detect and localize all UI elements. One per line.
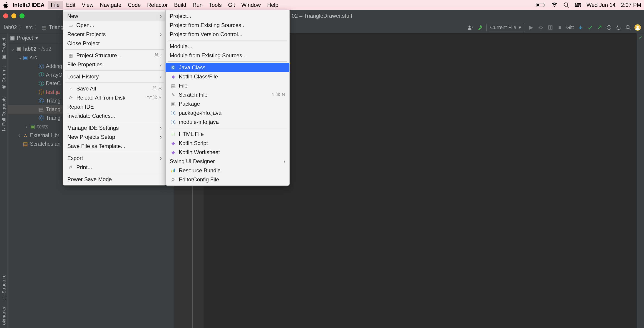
debug-icon[interactable] — [538, 24, 544, 31]
gutter-tab-project[interactable]: ▣ Project — [0, 35, 8, 63]
menu-navigate[interactable]: Navigate — [97, 1, 125, 9]
submenu-item-editorconfig[interactable]: ⚙ EditorConfig File — [166, 175, 290, 184]
submenu-item-kotlin-script[interactable]: ◆ Kotlin Script — [166, 139, 290, 148]
menu-view[interactable]: View — [78, 1, 97, 9]
menu-item-save-all[interactable]: ▫ Save All ⌘ S — [63, 84, 166, 93]
submenu-item-kotlin-worksheet[interactable]: ◆ Kotlin Worksheet — [166, 148, 290, 157]
zoom-window-button[interactable] — [20, 14, 24, 19]
menu-item-reload[interactable]: ⟳ Reload All from Disk ⌥⌘ Y — [63, 93, 166, 102]
users-icon[interactable]: ▾ — [467, 24, 474, 31]
menu-item-project-structure[interactable]: ▦ Project Structure... ⌘ ; — [63, 51, 166, 60]
submenu-item-project-vcs[interactable]: Project from Version Control... — [166, 30, 290, 39]
breadcrumb-item[interactable]: src — [25, 24, 34, 31]
menu-item-power-save[interactable]: Power Save Mode — [63, 175, 166, 184]
editor-error-stripe[interactable]: ✓ — [637, 33, 644, 328]
editor-status-check-icon[interactable]: ✓ — [638, 35, 643, 41]
git-push-icon[interactable] — [596, 24, 603, 31]
submenu-item-project-existing[interactable]: Project from Existing Sources... — [166, 21, 290, 30]
submenu-item-scratch[interactable]: ✎ Scratch File ⇧⌘ N — [166, 90, 290, 99]
spotlight-icon[interactable] — [563, 2, 569, 8]
menu-item-file-properties[interactable]: File Properties › — [63, 60, 166, 69]
hammer-build-icon[interactable] — [477, 24, 483, 31]
run-config-combo[interactable]: Current File ▾ — [486, 23, 525, 32]
gutter-tab-pull-requests[interactable]: ⇅ Pull Requests — [0, 93, 8, 135]
kotlin-icon: ◆ — [170, 140, 176, 147]
search-everywhere-icon[interactable] — [625, 24, 631, 31]
file-menu-dropdown: New › ▭ Open... Recent Projects › Close … — [63, 10, 166, 185]
breadcrumb[interactable]: lab02 〉 src 〉 ▤ Triang — [3, 24, 64, 31]
stop-icon[interactable]: ■ — [557, 24, 563, 31]
menubar-time[interactable]: 2:07 PM — [621, 2, 641, 8]
menu-item-invalidate-caches[interactable]: Invalidate Caches... — [63, 111, 166, 121]
submenu-item-resource-bundle[interactable]: Resource Bundle — [166, 166, 290, 175]
menu-tools[interactable]: Tools — [206, 1, 225, 9]
menu-file[interactable]: File — [48, 1, 63, 9]
menu-item-print[interactable]: ⎙ Print... — [63, 163, 166, 172]
menu-item-recent[interactable]: Recent Projects › — [63, 30, 166, 39]
menu-item-save-as-template[interactable]: Save File as Template... — [63, 142, 166, 151]
breadcrumb-item[interactable]: lab02 — [3, 24, 18, 31]
close-window-button[interactable] — [3, 14, 8, 19]
coverage-icon[interactable] — [547, 24, 554, 31]
expand-arrow-icon[interactable]: › — [17, 132, 22, 138]
chevron-right-icon: › — [284, 158, 285, 165]
minimize-window-button[interactable] — [11, 14, 16, 19]
git-commit-icon[interactable] — [587, 24, 593, 31]
class-icon: Ⓒ — [38, 63, 44, 69]
avatar-icon[interactable] — [634, 24, 641, 31]
submenu-item-module-info[interactable]: Ⓙ module-info.java — [166, 118, 290, 127]
wifi-icon[interactable] — [551, 3, 558, 8]
menu-label: Invalidate Caches... — [67, 113, 115, 119]
apple-logo-icon[interactable] — [3, 2, 9, 8]
submenu-item-file[interactable]: ▤ File — [166, 81, 290, 90]
gutter-tab-bookmarks[interactable]: okmarks — [0, 304, 8, 328]
save-icon: ▫ — [67, 85, 74, 92]
menu-refactor[interactable]: Refactor — [144, 1, 171, 9]
expand-arrow-icon[interactable]: ⌄ — [17, 55, 22, 61]
menu-code[interactable]: Code — [124, 1, 144, 9]
submenu-item-kotlin-class[interactable]: ◆ Kotlin Class/File — [166, 72, 290, 81]
menu-separator — [66, 122, 164, 122]
breadcrumb-item[interactable]: ▤ Triang — [41, 24, 64, 31]
submenu-item-package[interactable]: ▣ Package — [166, 99, 290, 108]
submenu-item-module-existing[interactable]: Module from Existing Sources... — [166, 51, 290, 60]
submenu-item-project[interactable]: Project... — [166, 12, 290, 21]
submenu-item-swing[interactable]: Swing UI Designer › — [166, 157, 290, 166]
history-icon[interactable] — [606, 24, 612, 31]
gutter-tab-commit[interactable]: ◉ Commit — [0, 63, 8, 93]
menu-build[interactable]: Build — [171, 1, 189, 9]
tree-label: test.ja — [46, 89, 60, 95]
menu-item-new-projects-setup[interactable]: New Projects Setup › — [63, 133, 166, 142]
menu-help[interactable]: Help — [264, 1, 282, 9]
battery-icon[interactable] — [536, 3, 546, 8]
tree-label: ArrayO — [46, 72, 62, 78]
menu-item-export[interactable]: Export › — [63, 154, 166, 163]
menu-window[interactable]: Window — [238, 1, 264, 9]
submenu-item-module[interactable]: Module... — [166, 42, 290, 51]
menu-item-new[interactable]: New › — [63, 12, 166, 21]
submenu-item-java-class[interactable]: C Java Class — [166, 63, 290, 72]
menu-item-open[interactable]: ▭ Open... — [63, 21, 166, 30]
menu-item-manage-ide-settings[interactable]: Manage IDE Settings › — [63, 123, 166, 133]
gutter-label: Structure — [1, 274, 6, 294]
menu-label: Kotlin Class/File — [179, 73, 218, 80]
expand-arrow-icon[interactable]: ⌄ — [10, 46, 16, 52]
rollback-icon[interactable] — [616, 24, 622, 31]
expand-arrow-icon[interactable]: › — [24, 124, 30, 130]
kotlin-icon: ◆ — [170, 73, 176, 80]
menu-item-close-project[interactable]: Close Project — [63, 39, 166, 48]
menu-run[interactable]: Run — [190, 1, 206, 9]
menu-label: Java Class — [179, 64, 205, 71]
menu-item-local-history[interactable]: Local History › — [63, 72, 166, 81]
submenu-item-html[interactable]: H HTML File — [166, 130, 290, 139]
run-icon[interactable]: ▶ — [528, 24, 534, 31]
menubar-date[interactable]: Wed Jun 14 — [586, 2, 616, 8]
menu-edit[interactable]: Edit — [63, 1, 78, 9]
git-pull-icon[interactable] — [577, 24, 584, 31]
gutter-tab-structure[interactable]: ⛶ Structure — [0, 271, 8, 303]
menu-item-repair-ide[interactable]: Repair IDE — [63, 102, 166, 111]
submenu-item-package-info[interactable]: Ⓙ package-info.java — [166, 108, 290, 118]
control-center-icon[interactable] — [575, 3, 581, 7]
project-panel-title: Project — [17, 35, 33, 41]
menu-git[interactable]: Git — [225, 1, 238, 9]
